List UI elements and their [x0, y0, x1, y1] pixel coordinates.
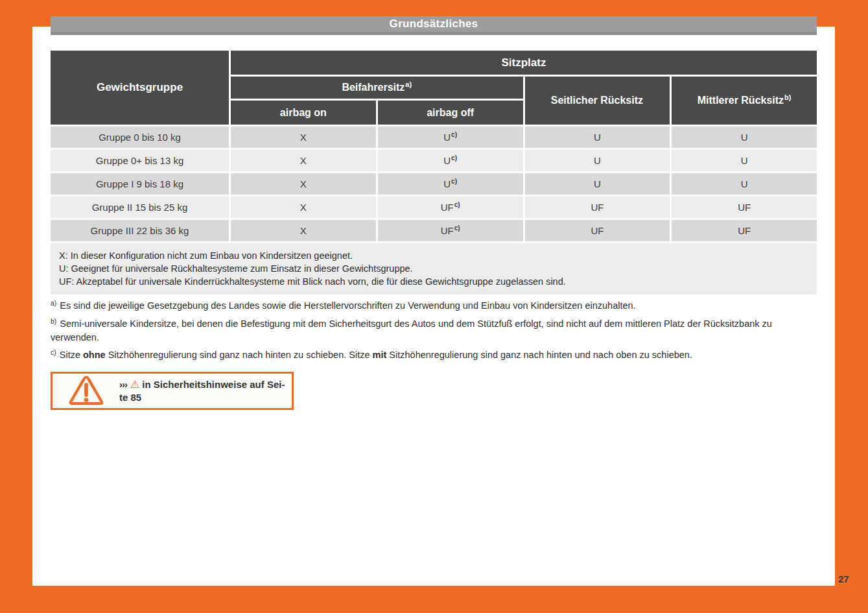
footnote-ref-c: c)	[454, 224, 460, 232]
cross-reference-arrows: ›››	[119, 379, 127, 390]
cell-airbag-on: X	[231, 126, 376, 148]
section-title-bar: Grundsätzliches	[51, 16, 817, 35]
warning-triangle-icon	[53, 375, 119, 407]
page-number: 27	[838, 573, 849, 584]
footnote-b: b)Semi-universale Kindersitze, bei denen…	[51, 317, 819, 344]
row-label: Gruppe 0 bis 10 kg	[51, 126, 229, 148]
column-header-middle-rear-seat: Mittlerer Rücksitzb)	[672, 77, 817, 125]
footnotes-section: a)Es sind die jeweilige Gesetzgebung des…	[51, 299, 819, 367]
footnote-ref-c: c)	[451, 154, 457, 162]
column-header-weight-group: Gewichtsgruppe	[51, 51, 229, 125]
cell-airbag-off: Uc)	[378, 173, 523, 195]
cell-side-rear: UF	[525, 197, 670, 218]
legend-line-u: U: Geeignet für universale Rückhaltesyst…	[59, 262, 808, 275]
cell-side-rear: U	[525, 126, 670, 148]
table-legend: X: In dieser Konfiguration nicht zum Ein…	[51, 243, 817, 294]
column-header-side-rear-seat: Seitlicher Rücksitz	[525, 77, 670, 125]
cell-side-rear: UF	[525, 220, 670, 241]
footnote-marker-a: a)	[51, 299, 56, 307]
footnote-c: c)Sitze ohne Sitzhöhenregulierung sind g…	[51, 348, 819, 362]
cell-middle-rear: UF	[672, 220, 817, 241]
row-label: Gruppe I 9 bis 18 kg	[51, 173, 229, 195]
cell-airbag-off: Uc)	[378, 126, 523, 148]
cell-airbag-on: X	[231, 173, 376, 195]
child-seat-table: Gewichtsgruppe Sitzplatz Beifahrersitza)…	[51, 51, 817, 294]
section-title: Grundsätzliches	[390, 18, 478, 30]
column-header-front-passenger-seat: Beifahrersitza)	[231, 77, 523, 99]
cell-middle-rear: U	[672, 150, 817, 171]
footnote-ref-b: b)	[784, 93, 791, 101]
cell-side-rear: U	[525, 173, 670, 195]
cell-airbag-off: Uc)	[378, 150, 523, 171]
column-header-airbag-on: airbag on	[231, 101, 376, 125]
cell-airbag-off: UFc)	[378, 220, 523, 241]
footnote-ref-a: a)	[405, 80, 412, 88]
footnote-marker-b: b)	[51, 317, 56, 325]
manual-page-canvas: Grundsätzliches Gewichtsgruppe Sitzplatz…	[0, 0, 868, 613]
column-header-airbag-off: airbag off	[378, 101, 523, 125]
footnote-a: a)Es sind die jeweilige Gesetzgebung des…	[51, 299, 819, 313]
footnote-ref-c: c)	[454, 201, 460, 208]
legend-line-uf: UF: Akzeptabel für universale Kinderrück…	[59, 275, 808, 288]
footnote-marker-c: c)	[51, 348, 56, 356]
cell-middle-rear: U	[672, 126, 817, 148]
footnote-ref-c: c)	[451, 178, 457, 185]
cell-airbag-on: X	[231, 197, 376, 218]
row-label: Gruppe II 15 bis 25 kg	[51, 197, 229, 218]
column-header-seat-position: Sitzplatz	[231, 51, 817, 75]
legend-line-x: X: In dieser Konfiguration nicht zum Ein…	[59, 249, 808, 262]
safety-warning-box: ›››⚠in Sicherheitshinweise auf Sei- te 8…	[51, 372, 294, 410]
cell-airbag-on: X	[231, 150, 376, 171]
cell-airbag-on: X	[231, 220, 376, 241]
row-label: Gruppe 0+ bis 13 kg	[51, 150, 229, 171]
cell-side-rear: U	[525, 150, 670, 171]
row-label: Gruppe III 22 bis 36 kg	[51, 220, 229, 241]
cell-middle-rear: U	[672, 173, 817, 195]
warning-triangle-small-icon: ⚠	[130, 379, 139, 390]
footnote-ref-c: c)	[451, 131, 457, 138]
cell-airbag-off: UFc)	[378, 197, 523, 218]
cell-middle-rear: UF	[672, 197, 817, 218]
warning-text: ›››⚠in Sicherheitshinweise auf Sei- te 8…	[119, 378, 288, 404]
